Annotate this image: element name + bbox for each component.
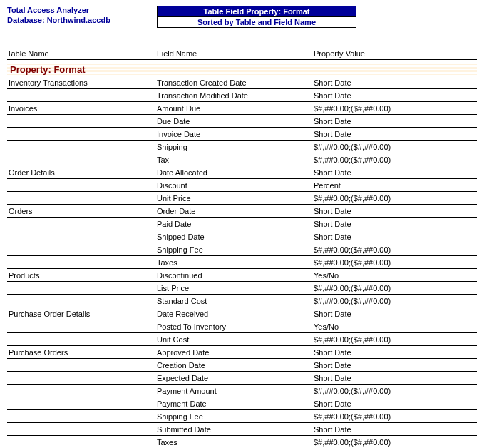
- cell-property-value: Short Date: [314, 373, 477, 383]
- cell-field-name: Discontinued: [157, 270, 314, 280]
- table-row: Paid DateShort Date: [7, 218, 477, 230]
- table-row: Purchase OrdersApproved DateShort Date: [7, 346, 477, 359]
- cell-property-value: Short Date: [314, 168, 477, 178]
- cell-table-name: [7, 219, 157, 229]
- cell-property-value: Short Date: [314, 78, 477, 88]
- table-row: Order DetailsDate AllocatedShort Date: [7, 166, 477, 179]
- cell-field-name: Paid Date: [157, 219, 314, 229]
- cell-field-name: Amount Due: [157, 103, 314, 113]
- table-row: OrdersOrder DateShort Date: [7, 205, 477, 218]
- cell-field-name: Creation Date: [157, 360, 314, 370]
- cell-property-value: $#,##0.00;($#,##0.00): [314, 296, 477, 306]
- report-subbanner: Sorted by Table and Field Name: [157, 17, 356, 28]
- cell-property-value: Percent: [314, 180, 477, 190]
- cell-field-name: Shipping Fee: [157, 245, 314, 255]
- table-row: Taxes$#,##0.00;($#,##0.00): [7, 436, 477, 448]
- cell-table-name: [7, 322, 157, 332]
- cell-field-name: Date Received: [157, 309, 314, 319]
- cell-table-name: [7, 360, 157, 370]
- cell-property-value: $#,##0.00;($#,##0.00): [314, 283, 477, 293]
- cell-table-name: [7, 437, 157, 447]
- cell-field-name: Tax: [157, 155, 314, 165]
- table-row: Unit Cost$#,##0.00;($#,##0.00): [7, 333, 477, 346]
- cell-property-value: Short Date: [314, 129, 477, 139]
- cell-field-name: Shipped Date: [157, 232, 314, 242]
- cell-property-value: $#,##0.00;($#,##0.00): [314, 142, 477, 152]
- database-label: Database: Northwind.accdb: [7, 16, 157, 24]
- cell-property-value: Yes/No: [314, 322, 477, 332]
- cell-table-name: [7, 296, 157, 306]
- cell-table-name: Invoices: [7, 103, 157, 113]
- table-row: Due DateShort Date: [7, 115, 477, 128]
- cell-property-value: Short Date: [314, 116, 477, 126]
- table-row: Shipped DateShort Date: [7, 230, 477, 243]
- cell-field-name: Due Date: [157, 116, 314, 126]
- cell-table-name: [7, 232, 157, 242]
- table-row: Payment Amount$#,##0.00;($#,##0.00): [7, 385, 477, 397]
- cell-field-name: Expected Date: [157, 373, 314, 383]
- cell-property-value: Short Date: [314, 219, 477, 229]
- cell-property-value: $#,##0.00;($#,##0.00): [314, 245, 477, 255]
- table-row: Payment DateShort Date: [7, 397, 477, 410]
- cell-property-value: Short Date: [314, 232, 477, 242]
- cell-property-value: Short Date: [314, 206, 477, 216]
- cell-table-name: [7, 155, 157, 165]
- col-header-property-value: Property Value: [314, 49, 477, 58]
- cell-table-name: [7, 142, 157, 152]
- cell-field-name: Payment Amount: [157, 386, 314, 396]
- table-row: Shipping Fee$#,##0.00;($#,##0.00): [7, 243, 477, 256]
- cell-property-value: $#,##0.00;($#,##0.00): [314, 437, 477, 447]
- cell-field-name: Order Date: [157, 206, 314, 216]
- cell-table-name: [7, 283, 157, 293]
- table-row: InvoicesAmount Due$#,##0.00;($#,##0.00): [7, 102, 477, 115]
- report-header-right: Table Field Property: Format Sorted by T…: [157, 6, 477, 31]
- app-title: Total Access Analyzer: [7, 6, 157, 14]
- cell-property-value: $#,##0.00;($#,##0.00): [314, 103, 477, 113]
- cell-table-name: [7, 399, 157, 409]
- cell-field-name: Transaction Modified Date: [157, 91, 314, 101]
- cell-table-name: [7, 91, 157, 101]
- cell-property-value: $#,##0.00;($#,##0.00): [314, 412, 477, 422]
- cell-field-name: Taxes: [157, 258, 314, 268]
- table-row: List Price$#,##0.00;($#,##0.00): [7, 282, 477, 295]
- table-row: ProductsDiscontinuedYes/No: [7, 269, 477, 282]
- report-header: Total Access Analyzer Database: Northwin…: [7, 6, 477, 31]
- table-row: Invoice DateShort Date: [7, 128, 477, 141]
- cell-field-name: Transaction Created Date: [157, 78, 314, 88]
- cell-table-name: Purchase Order Details: [7, 309, 157, 319]
- cell-table-name: [7, 258, 157, 268]
- cell-table-name: [7, 180, 157, 190]
- cell-table-name: [7, 193, 157, 203]
- cell-property-value: $#,##0.00;($#,##0.00): [314, 155, 477, 165]
- cell-field-name: Approved Date: [157, 347, 314, 357]
- table-row: Inventory TransactionsTransaction Create…: [7, 76, 477, 89]
- cell-table-name: Purchase Orders: [7, 347, 157, 357]
- property-group-header: Property: Format: [7, 63, 477, 76]
- cell-field-name: Date Allocated: [157, 168, 314, 178]
- cell-field-name: Unit Cost: [157, 335, 314, 345]
- cell-property-value: $#,##0.00;($#,##0.00): [314, 335, 477, 345]
- cell-table-name: [7, 373, 157, 383]
- cell-table-name: [7, 245, 157, 255]
- cell-property-value: Short Date: [314, 360, 477, 370]
- cell-table-name: Products: [7, 270, 157, 280]
- cell-table-name: [7, 116, 157, 126]
- cell-property-value: Short Date: [314, 91, 477, 101]
- cell-table-name: [7, 386, 157, 396]
- cell-table-name: [7, 424, 157, 434]
- cell-field-name: Shipping: [157, 142, 314, 152]
- cell-table-name: [7, 412, 157, 422]
- cell-property-value: $#,##0.00;($#,##0.00): [314, 193, 477, 203]
- table-row: Purchase Order DetailsDate ReceivedShort…: [7, 307, 477, 320]
- cell-field-name: Payment Date: [157, 399, 314, 409]
- cell-field-name: Discount: [157, 180, 314, 190]
- cell-property-value: $#,##0.00;($#,##0.00): [314, 258, 477, 268]
- cell-field-name: Shipping Fee: [157, 412, 314, 422]
- table-row: DiscountPercent: [7, 179, 477, 192]
- cell-field-name: Unit Price: [157, 193, 314, 203]
- data-rows-container: Inventory TransactionsTransaction Create…: [7, 76, 477, 448]
- cell-table-name: Inventory Transactions: [7, 78, 157, 88]
- cell-table-name: [7, 129, 157, 139]
- header-rule: [7, 59, 477, 61]
- cell-table-name: [7, 335, 157, 345]
